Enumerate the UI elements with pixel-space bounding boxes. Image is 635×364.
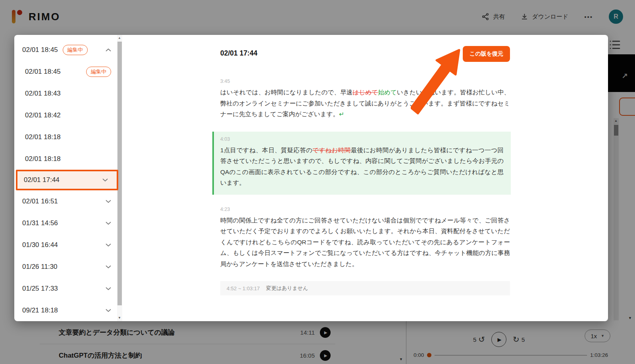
chevron-up-icon[interactable] (106, 48, 111, 52)
version-label: 02/01 18:18 (25, 133, 61, 141)
segment-timestamp: 4:03 (220, 136, 504, 142)
version-item[interactable]: 02/01 16:51 (14, 190, 122, 212)
segment-text: はいそれでは、お時間になりましたので、早速はじめて始めていきたいと思います。皆様… (220, 87, 510, 120)
chevron-down-icon[interactable] (106, 243, 111, 247)
chevron-down-icon[interactable] (106, 287, 111, 290)
deleted-text: はじめて (352, 89, 378, 96)
version-label: 09/21 18:18 (22, 307, 58, 314)
transcript-segment: 3:45はいそれでは、お時間になりましたので、早速はじめて始めていきたいと思いま… (220, 79, 510, 120)
inserted-text: ↵ (339, 111, 344, 117)
no-change-label: 変更はありません (266, 285, 308, 292)
version-label: 01/25 17:33 (22, 285, 58, 293)
no-change-range: 4:52 ~ 1:03:17 (227, 285, 260, 291)
version-label: 01/31 14:56 (22, 219, 58, 227)
transcript-segment: 4:23時間の関係上ですね全ての方にご回答させていただけない場合は個別でですねメ… (220, 207, 510, 270)
version-label: 01/26 11:30 (22, 263, 58, 271)
version-item[interactable]: 02/01 18:42 (14, 104, 122, 126)
version-item[interactable]: 02/01 18:45編集中 (14, 39, 122, 61)
restore-version-button[interactable]: この版を復元 (463, 46, 510, 62)
version-title: 02/01 17:44 (220, 46, 257, 57)
version-label: 01/30 16:44 (22, 241, 58, 249)
version-item[interactable]: 02/01 18:45編集中 (14, 61, 122, 82)
segment-text: 1点目ですね、本日、質疑応答のですねお時間最後にお時間がありましたら皆様にですね… (220, 145, 504, 188)
unchanged-text: はいそれでは、お時間になりましたので、早速 (220, 89, 352, 96)
version-item[interactable]: 01/26 11:30 (14, 256, 122, 278)
version-item[interactable]: 02/01 18:18 (14, 126, 122, 148)
version-detail: 02/01 17:44 この版を復元 3:45はいそれでは、お時間になりましたの… (122, 35, 608, 321)
version-item[interactable]: 09/21 18:18 (14, 299, 122, 321)
version-label: 02/01 18:42 (25, 111, 61, 119)
version-item[interactable]: 01/30 16:44 (14, 234, 122, 256)
segment-text: 時間の関係上ですね全ての方にご回答させていただけない場合は個別でですねメール等々… (220, 215, 510, 270)
editing-badge: 編集中 (86, 67, 111, 77)
chevron-down-icon[interactable] (102, 178, 108, 182)
chevron-down-icon[interactable] (106, 309, 111, 312)
deleted-text: ですねお時間 (312, 147, 351, 153)
version-label: 02/01 18:45 (25, 68, 61, 76)
version-item[interactable]: 01/31 14:56 (14, 212, 122, 234)
version-label: 02/01 16:51 (22, 197, 58, 205)
version-label: 02/01 18:45 (22, 46, 58, 54)
chevron-down-icon[interactable] (106, 222, 111, 225)
editing-badge: 編集中 (63, 45, 88, 55)
segment-timestamp: 4:23 (220, 207, 510, 212)
version-history-modal: ▲ ▼ 02/01 18:45編集中02/01 18:45編集中02/01 18… (14, 35, 608, 321)
no-change-bar: 4:52 ~ 1:03:17 変更はありません (220, 281, 510, 295)
segment-timestamp: 3:45 (220, 79, 510, 84)
unchanged-text: 1点目ですね、本日、質疑応答の (220, 147, 312, 153)
version-item[interactable]: 02/01 18:43 (14, 82, 122, 104)
version-list: ▲ ▼ 02/01 18:45編集中02/01 18:45編集中02/01 18… (14, 35, 122, 321)
version-label: 02/01 18:43 (25, 90, 61, 98)
rimo-app: RIMO 共有 ダウンロード ••• R 文章要約とデータ分類についての議論14… (0, 0, 635, 364)
transcript-diff: 3:45はいそれでは、お時間になりましたので、早速はじめて始めていきたいと思いま… (220, 79, 510, 269)
version-label: 02/01 17:44 (24, 176, 60, 184)
unchanged-text: 時間の関係上ですね全ての方にご回答させていただけない場合は個別でですねメール等々… (220, 217, 510, 267)
inserted-text: 始めて (378, 89, 397, 96)
version-item[interactable]: 02/01 17:44 (16, 170, 118, 190)
version-item[interactable]: 02/01 18:18 (14, 148, 122, 170)
chevron-down-icon[interactable] (106, 265, 111, 268)
version-item[interactable]: 01/25 17:33 (14, 278, 122, 299)
version-label: 02/01 18:18 (25, 155, 61, 163)
chevron-down-icon[interactable] (106, 200, 111, 203)
transcript-segment: 4:031点目ですね、本日、質疑応答のですねお時間最後にお時間がありましたら皆様… (212, 132, 511, 195)
